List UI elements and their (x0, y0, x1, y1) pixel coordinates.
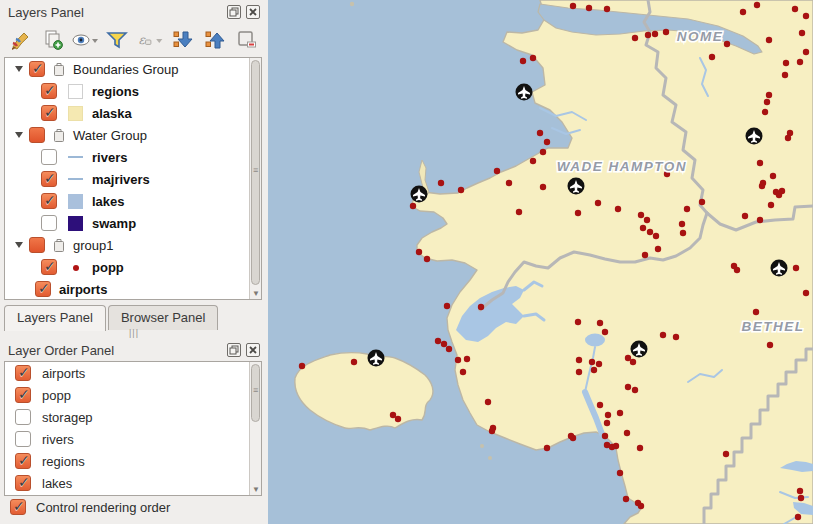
order-visibility-checkbox[interactable] (15, 365, 31, 381)
population-dot (625, 355, 631, 361)
tree-layer-swamp[interactable]: swamp (5, 212, 261, 234)
collapse-all-button[interactable] (200, 27, 229, 53)
tree-layer-majrivers[interactable]: majrivers (5, 168, 261, 190)
population-dot (464, 356, 470, 362)
population-dot (544, 139, 550, 145)
order-item-popp[interactable]: popp (5, 384, 261, 406)
population-dot (753, 309, 759, 315)
control-rendering-order-checkbox[interactable] (10, 499, 26, 515)
layer-label: rivers (92, 150, 127, 165)
layer-visibility-checkbox[interactable] (41, 171, 57, 187)
layer-visibility-checkbox[interactable] (35, 281, 51, 297)
layer-symbol-swatch (68, 216, 83, 231)
order-item-regions[interactable]: regions (5, 450, 261, 472)
population-dot (617, 410, 623, 416)
population-dot (684, 206, 690, 212)
population-dot (783, 60, 789, 66)
order-item-rivers[interactable]: rivers (5, 428, 261, 450)
population-dot (782, 72, 788, 78)
order-visibility-checkbox[interactable] (15, 453, 31, 469)
tree-group-boundaries-group[interactable]: Boundaries Group (5, 58, 261, 80)
float-panel-icon[interactable] (227, 5, 241, 19)
population-dot (441, 341, 447, 347)
tree-layer-lakes[interactable]: lakes (5, 190, 261, 212)
tree-layer-popp[interactable]: popp (5, 256, 261, 278)
population-dot (478, 304, 484, 310)
remove-layer-group-button[interactable] (233, 27, 262, 53)
layer-tree-scrollbar[interactable]: ▼ (249, 58, 261, 299)
manage-map-themes-button[interactable] (71, 27, 100, 53)
order-item-storagep[interactable]: storagep (5, 406, 261, 428)
airport-icon (746, 128, 763, 145)
filter-legend-button[interactable] (103, 27, 132, 53)
tab-browser-panel[interactable]: Browser Panel (108, 305, 219, 330)
layer-visibility-checkbox[interactable] (29, 127, 45, 143)
tree-layer-regions[interactable]: regions (5, 80, 261, 102)
expander-icon[interactable] (15, 132, 23, 138)
tab-layers-panel[interactable]: Layers Panel (4, 305, 106, 331)
layers-panel-toolbar: ε (6, 26, 262, 54)
population-dot (568, 433, 574, 439)
population-dot (544, 445, 550, 451)
population-dot (489, 428, 495, 434)
layer-visibility-checkbox[interactable] (41, 149, 57, 165)
population-dot (576, 357, 582, 363)
layer-visibility-checkbox[interactable] (41, 259, 57, 275)
expander-icon[interactable] (15, 66, 23, 72)
order-visibility-checkbox[interactable] (15, 431, 31, 447)
population-dot (663, 29, 669, 35)
open-layer-styling-button[interactable] (6, 27, 35, 53)
layer-visibility-checkbox[interactable] (29, 237, 45, 253)
airport-icon (568, 178, 585, 195)
tree-layer-rivers[interactable]: rivers (5, 146, 261, 168)
filter-by-expression-button[interactable]: ε (135, 27, 165, 53)
order-item-lakes[interactable]: lakes (5, 472, 261, 494)
population-dot (625, 384, 631, 390)
population-dot (754, 2, 760, 8)
layer-visibility-checkbox[interactable] (41, 215, 57, 231)
population-dot (699, 199, 705, 205)
layer-label: popp (92, 260, 124, 275)
population-dot (759, 183, 765, 189)
tree-layer-alaska[interactable]: alaska (5, 102, 261, 124)
add-group-button[interactable] (38, 27, 67, 53)
left-dock-area: Layers Panel (0, 0, 269, 524)
layer-order-scrollbar[interactable]: ▼ (249, 362, 261, 495)
layer-visibility-checkbox[interactable] (41, 105, 57, 121)
layer-visibility-checkbox[interactable] (29, 61, 45, 77)
population-dot (679, 221, 685, 227)
population-dot (613, 443, 619, 449)
order-visibility-checkbox[interactable] (15, 409, 31, 425)
tree-layer-airports[interactable]: airports (5, 278, 261, 300)
close-panel-icon[interactable] (246, 343, 260, 357)
tree-group-water-group[interactable]: Water Group (5, 124, 261, 146)
island-polygon (295, 353, 433, 430)
population-dot (642, 252, 648, 258)
tree-group-group1[interactable]: group1 (5, 234, 261, 256)
population-dot (785, 135, 791, 141)
group-icon (52, 238, 66, 253)
layer-visibility-checkbox[interactable] (41, 193, 57, 209)
population-dot (797, 488, 803, 494)
order-item-airports[interactable]: airports (5, 362, 261, 384)
expander-icon[interactable] (15, 242, 23, 248)
dock-splitter-handle[interactable]: ||| (0, 331, 268, 338)
population-dot (460, 369, 466, 375)
float-panel-icon[interactable] (227, 343, 241, 357)
population-dot (637, 445, 643, 451)
layer-label: majrivers (92, 172, 150, 187)
close-panel-icon[interactable] (246, 5, 260, 19)
population-dot (638, 212, 644, 218)
order-visibility-checkbox[interactable] (15, 475, 31, 491)
population-dot (770, 173, 776, 179)
population-dot (530, 158, 536, 164)
airport-icon (411, 186, 428, 203)
expand-all-button[interactable] (168, 27, 197, 53)
map-canvas[interactable]: NOMEWADE HAMPTONBETHEL (268, 0, 813, 524)
order-visibility-checkbox[interactable] (15, 387, 31, 403)
population-dot (596, 361, 602, 367)
group-icon (52, 62, 66, 77)
layer-label: swamp (92, 216, 136, 231)
layer-visibility-checkbox[interactable] (41, 83, 57, 99)
population-dot (653, 233, 659, 239)
